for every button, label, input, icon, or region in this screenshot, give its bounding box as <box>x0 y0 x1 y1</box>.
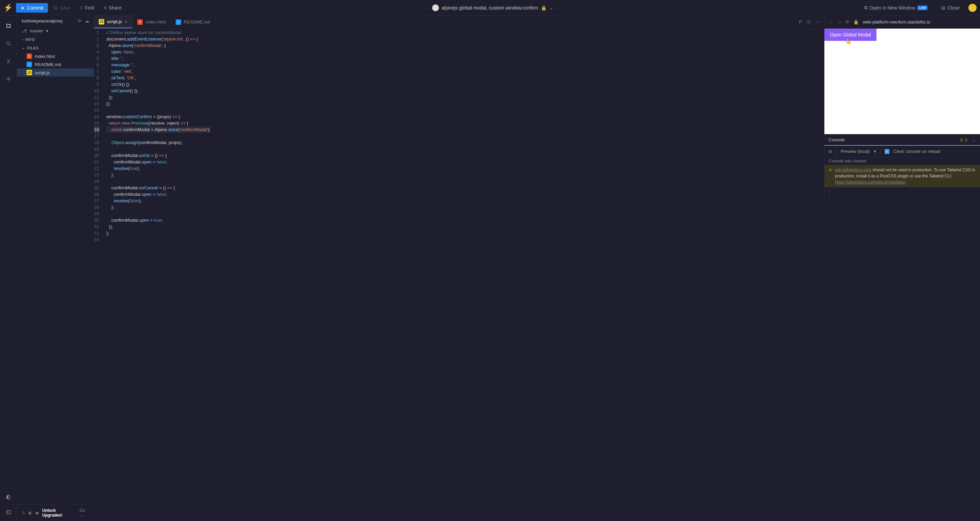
warn-count: 1 <box>965 137 967 142</box>
console-header[interactable]: Console ⚠ 1 ⌄ <box>824 134 980 146</box>
sidebar-header: kohheepeace/alpinej ⟳ ☁ <box>17 16 94 26</box>
chevron-down-icon[interactable]: ⌄ <box>972 137 976 142</box>
file-type-icon: 5 <box>27 53 32 59</box>
cursor-icon: 👆 <box>845 38 852 45</box>
file-item-script-js[interactable]: JSscript.js <box>17 69 94 76</box>
console-prompt[interactable]: › <box>824 187 980 196</box>
file-name: index.html <box>35 54 55 59</box>
save-label: Save <box>60 5 70 11</box>
cloud-icon[interactable]: ☁ <box>85 18 89 24</box>
svg-point-0 <box>6 42 9 45</box>
share-label: Share <box>109 5 121 11</box>
live-badge: LIVE <box>917 5 928 10</box>
tab-README-md[interactable]: iREADME.md <box>171 16 215 28</box>
console-warning-line: ⚠ cdn.tailwindcss.com should not be used… <box>824 165 980 187</box>
github-icon[interactable]: ◐ <box>29 510 32 515</box>
editor-area: JSscript.js×5index.htmliREADME.md P ◫ ⋯ … <box>94 16 824 521</box>
console-source[interactable]: Preview (local) <box>841 149 870 154</box>
dropdown-icon[interactable]: ▾ <box>874 149 876 154</box>
svg-rect-4 <box>6 510 11 513</box>
console-title: Console <box>829 137 845 142</box>
console-warn-badge: ⚠ 1 <box>959 137 967 142</box>
console-body[interactable]: Console was cleared ⚠ cdn.tailwindcss.co… <box>824 157 980 521</box>
collapse-icon[interactable] <box>5 508 13 516</box>
tabs-bar: JSscript.js×5index.htmliREADME.md P ◫ ⋯ <box>94 16 824 29</box>
settings-icon[interactable] <box>5 75 13 83</box>
file-type-icon: i <box>176 19 181 25</box>
project-title[interactable]: alpinejs global modal, custom window.con… <box>432 5 553 11</box>
tab-label: index.html <box>145 19 165 24</box>
close-button[interactable]: ⊟ Close <box>936 3 964 13</box>
clear-console-icon[interactable]: ⊘ <box>829 149 832 154</box>
files-section-label: FILES <box>27 46 39 50</box>
topbar-right: ⧉ Open in New Window LIVE ⊟ Close <box>859 3 977 13</box>
files-section-header[interactable]: ⌄ FILES <box>17 44 94 52</box>
reload-icon[interactable]: ⟳ <box>845 19 849 24</box>
code-editor[interactable]: 1234567891011121314151617181920212223242… <box>94 29 824 521</box>
repo-name: kohheepeace/alpinej <box>22 18 74 24</box>
more-icon[interactable]: ⋯ <box>816 19 820 24</box>
twitter-icon[interactable]: 𝕏 <box>22 510 25 515</box>
clear-on-reload-checkbox[interactable]: ✓ <box>885 149 889 154</box>
commit-label: Commit <box>27 5 43 11</box>
tab-label: README.md <box>184 19 210 24</box>
project-avatar-icon <box>432 5 439 11</box>
file-type-icon: 5 <box>137 19 143 25</box>
tab-index-html[interactable]: 5index.html <box>132 16 170 28</box>
warn-link-docs[interactable]: https://tailwindcss.com/docs/installatio… <box>835 180 906 185</box>
share-button[interactable]: < Share <box>99 3 126 13</box>
svg-line-1 <box>9 44 10 45</box>
open-new-window-label: Open in New Window <box>870 5 916 11</box>
info-section-header[interactable]: › INFO <box>17 35 94 44</box>
preview-content[interactable]: Open Global Modal 👆 <box>824 29 980 134</box>
file-list: 5index.htmliREADME.mdJSscript.js <box>17 52 94 76</box>
prettier-icon[interactable]: P <box>799 19 802 24</box>
explorer-icon[interactable] <box>5 22 13 30</box>
unlock-label[interactable]: Unlock Upgrades! <box>42 508 76 518</box>
branch-selector[interactable]: ⎇ master ▾ <box>17 26 94 35</box>
save-button[interactable]: 🖫 Save <box>48 3 75 13</box>
nav-back-icon[interactable]: ← <box>829 19 833 24</box>
unlock-go-label: Go ... <box>80 508 89 518</box>
file-item-index-html[interactable]: 5index.html <box>17 52 94 60</box>
open-new-window-button[interactable]: ⧉ Open in New Window LIVE <box>859 3 933 13</box>
chevron-down-icon: ⌄ <box>22 46 25 50</box>
activity-bar <box>0 16 17 521</box>
lock-icon: 🔒 <box>541 5 547 11</box>
warning-icon: ⚠ <box>829 167 832 185</box>
fork-icon: ⑂ <box>80 5 83 11</box>
split-editor-icon[interactable]: ◫ <box>807 19 811 24</box>
discord-icon[interactable]: ◉ <box>35 510 39 515</box>
tab-label: script.js <box>107 19 122 24</box>
close-panel-icon: ⊟ <box>941 5 945 11</box>
address-bar: ← → ⟳ 🔒 web-platform-nwc4sm.stackblitz.i… <box>824 16 980 29</box>
user-avatar[interactable] <box>969 4 977 12</box>
fork-button[interactable]: ⑂ Fork <box>75 3 99 13</box>
search-icon[interactable] <box>5 40 13 48</box>
chevron-down-icon: ▾ <box>46 28 48 33</box>
chevron-right-icon: › <box>22 37 23 41</box>
file-name: README.md <box>35 62 61 67</box>
nav-forward-icon[interactable]: → <box>837 19 842 24</box>
file-type-icon: JS <box>99 19 104 24</box>
sidebar-footer: 𝕏 ◐ ◉ Unlock Upgrades! Go ... <box>17 504 94 521</box>
file-item-README-md[interactable]: iREADME.md <box>17 60 94 69</box>
preview-url[interactable]: web-platform-nwc4sm.stackblitz.io <box>863 19 976 24</box>
code-content[interactable]: // Define alpine store for confirmModald… <box>106 29 210 521</box>
file-type-icon: JS <box>27 70 32 75</box>
chevron-down-icon[interactable]: ⌄ <box>549 5 553 11</box>
commit-button[interactable]: ➤ Commit <box>16 3 48 13</box>
warn-link-cdn[interactable]: cdn.tailwindcss.com <box>835 167 871 172</box>
tab-script-js[interactable]: JSscript.js× <box>94 16 132 28</box>
ports-icon[interactable] <box>5 57 13 65</box>
branch-name: master <box>30 28 43 33</box>
close-icon[interactable]: × <box>125 19 127 24</box>
svg-point-2 <box>8 78 9 80</box>
theme-icon[interactable] <box>5 493 13 501</box>
topbar: ⚡ ➤ Commit 🖫 Save ⑂ Fork < Share alpinej… <box>0 0 980 16</box>
logo-bolt-icon[interactable]: ⚡ <box>3 3 13 12</box>
branch-icon: ⎇ <box>22 28 27 33</box>
info-section-label: INFO <box>25 37 35 41</box>
refresh-icon[interactable]: ⟳ <box>78 18 81 24</box>
close-label: Close <box>947 5 959 11</box>
